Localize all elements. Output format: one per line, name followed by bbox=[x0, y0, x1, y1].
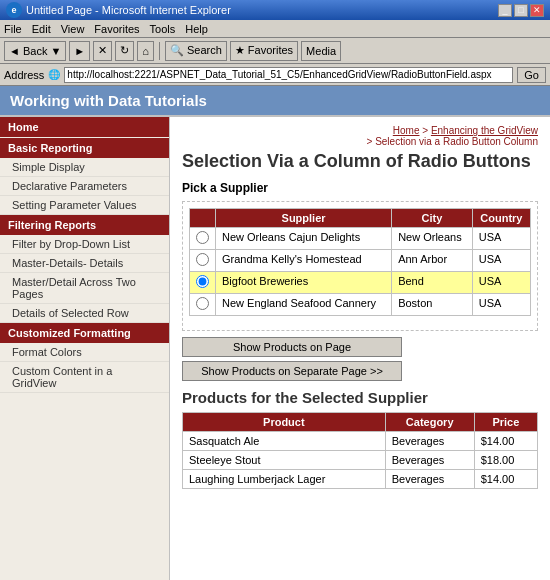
supplier-radio[interactable] bbox=[196, 231, 209, 244]
product-price-cell: $14.00 bbox=[474, 431, 537, 450]
address-label: Address bbox=[4, 69, 44, 81]
product-category-cell: Beverages bbox=[385, 469, 474, 488]
product-category-cell: Beverages bbox=[385, 431, 474, 450]
media-button[interactable]: Media bbox=[301, 41, 341, 61]
sidebar-item-custom-content-gridview[interactable]: Custom Content in a GridView bbox=[0, 362, 169, 393]
product-name-cell: Sasquatch Ale bbox=[183, 431, 386, 450]
window-title: Untitled Page - Microsoft Internet Explo… bbox=[26, 4, 231, 16]
supplier-country-cell: USA bbox=[472, 249, 530, 271]
menu-bar: File Edit View Favorites Tools Help bbox=[0, 20, 550, 38]
window-controls[interactable]: _ □ ✕ bbox=[498, 4, 544, 17]
supplier-section-label: Pick a Supplier bbox=[182, 181, 538, 195]
supplier-radio-cell[interactable] bbox=[190, 293, 216, 315]
supplier-table-container: Supplier City Country New Orleans Cajun … bbox=[182, 201, 538, 331]
sidebar-section-home[interactable]: Home bbox=[0, 117, 169, 137]
home-button[interactable]: ⌂ bbox=[137, 41, 154, 61]
supplier-city-cell: New Orleans bbox=[392, 227, 473, 249]
menu-file[interactable]: File bbox=[4, 23, 22, 35]
menu-tools[interactable]: Tools bbox=[150, 23, 176, 35]
browser-icon: e bbox=[6, 2, 22, 18]
product-category-cell: Beverages bbox=[385, 450, 474, 469]
back-button[interactable]: ◄ Back ▼ bbox=[4, 41, 66, 61]
menu-help[interactable]: Help bbox=[185, 23, 208, 35]
go-button[interactable]: Go bbox=[517, 67, 546, 83]
menu-view[interactable]: View bbox=[61, 23, 85, 35]
products-table: Product Category Price Sasquatch Ale Bev… bbox=[182, 412, 538, 489]
product-price-cell: $18.00 bbox=[474, 450, 537, 469]
product-row: Sasquatch Ale Beverages $14.00 bbox=[183, 431, 538, 450]
supplier-radio-cell[interactable] bbox=[190, 227, 216, 249]
sidebar-item-setting-parameter-values[interactable]: Setting Parameter Values bbox=[0, 196, 169, 215]
show-products-page-button[interactable]: Show Products on Page bbox=[182, 337, 402, 357]
supplier-name-cell: Bigfoot Breweries bbox=[216, 271, 392, 293]
supplier-city-cell: Ann Arbor bbox=[392, 249, 473, 271]
address-input[interactable] bbox=[64, 67, 513, 83]
supplier-col-city: City bbox=[392, 208, 473, 227]
page-title: Selection Via a Column of Radio Buttons bbox=[182, 151, 538, 173]
supplier-table: Supplier City Country New Orleans Cajun … bbox=[189, 208, 531, 316]
sidebar-item-master-detail-across[interactable]: Master/Detail Across Two Pages bbox=[0, 273, 169, 304]
products-col-name: Product bbox=[183, 412, 386, 431]
breadcrumb-home[interactable]: Home bbox=[393, 125, 420, 136]
refresh-button[interactable]: ↻ bbox=[115, 41, 134, 61]
supplier-radio[interactable] bbox=[196, 275, 209, 288]
sidebar-item-details-selected-row[interactable]: Details of Selected Row bbox=[0, 304, 169, 323]
supplier-radio[interactable] bbox=[196, 297, 209, 310]
content-area: Home Basic Reporting Simple Display Decl… bbox=[0, 117, 550, 580]
sidebar-item-declarative-parameters[interactable]: Declarative Parameters bbox=[0, 177, 169, 196]
supplier-country-cell: USA bbox=[472, 293, 530, 315]
supplier-row[interactable]: New England Seafood Cannery Boston USA bbox=[190, 293, 531, 315]
toolbar: ◄ Back ▼ ► ✕ ↻ ⌂ 🔍 Search ★ Favorites Me… bbox=[0, 38, 550, 64]
breadcrumb: Home > Enhancing the GridView > Selectio… bbox=[182, 125, 538, 147]
sidebar-item-simple-display[interactable]: Simple Display bbox=[0, 158, 169, 177]
supplier-row[interactable]: New Orleans Cajun Delights New Orleans U… bbox=[190, 227, 531, 249]
products-col-price: Price bbox=[474, 412, 537, 431]
supplier-row[interactable]: Grandma Kelly's Homestead Ann Arbor USA bbox=[190, 249, 531, 271]
page-container: Working with Data Tutorials Home Basic R… bbox=[0, 86, 550, 580]
site-title: Working with Data Tutorials bbox=[10, 92, 207, 109]
page-header: Working with Data Tutorials bbox=[0, 86, 550, 117]
forward-button[interactable]: ► bbox=[69, 41, 90, 61]
supplier-row[interactable]: Bigfoot Breweries Bend USA bbox=[190, 271, 531, 293]
breadcrumb-page: Selection via a Radio Button Column bbox=[375, 136, 538, 147]
search-button[interactable]: 🔍 Search bbox=[165, 41, 227, 61]
sidebar-item-format-colors[interactable]: Format Colors bbox=[0, 343, 169, 362]
product-name-cell: Laughing Lumberjack Lager bbox=[183, 469, 386, 488]
stop-button[interactable]: ✕ bbox=[93, 41, 112, 61]
supplier-col-country: Country bbox=[472, 208, 530, 227]
sidebar-section-filtering-reports[interactable]: Filtering Reports bbox=[0, 215, 169, 235]
product-name-cell: Steeleye Stout bbox=[183, 450, 386, 469]
sidebar-item-master-details[interactable]: Master-Details- Details bbox=[0, 254, 169, 273]
title-bar: e Untitled Page - Microsoft Internet Exp… bbox=[0, 0, 550, 20]
main-content: Home > Enhancing the GridView > Selectio… bbox=[170, 117, 550, 580]
supplier-name-cell: New England Seafood Cannery bbox=[216, 293, 392, 315]
breadcrumb-section[interactable]: Enhancing the GridView bbox=[431, 125, 538, 136]
supplier-col-name: Supplier bbox=[216, 208, 392, 227]
supplier-radio-cell[interactable] bbox=[190, 249, 216, 271]
products-col-category: Category bbox=[385, 412, 474, 431]
product-row: Laughing Lumberjack Lager Beverages $14.… bbox=[183, 469, 538, 488]
product-row: Steeleye Stout Beverages $18.00 bbox=[183, 450, 538, 469]
maximize-button[interactable]: □ bbox=[514, 4, 528, 17]
minimize-button[interactable]: _ bbox=[498, 4, 512, 17]
sidebar-section-customized-formatting[interactable]: Customized Formatting bbox=[0, 323, 169, 343]
supplier-name-cell: New Orleans Cajun Delights bbox=[216, 227, 392, 249]
supplier-name-cell: Grandma Kelly's Homestead bbox=[216, 249, 392, 271]
supplier-country-cell: USA bbox=[472, 227, 530, 249]
supplier-col-radio bbox=[190, 208, 216, 227]
supplier-radio-cell[interactable] bbox=[190, 271, 216, 293]
close-button[interactable]: ✕ bbox=[530, 4, 544, 17]
favorites-button[interactable]: ★ Favorites bbox=[230, 41, 298, 61]
product-price-cell: $14.00 bbox=[474, 469, 537, 488]
address-bar: Address 🌐 Go bbox=[0, 64, 550, 86]
sidebar-item-filter-dropdown[interactable]: Filter by Drop-Down List bbox=[0, 235, 169, 254]
show-products-separate-button[interactable]: Show Products on Separate Page >> bbox=[182, 361, 402, 381]
toolbar-separator bbox=[159, 42, 160, 60]
address-icon: 🌐 bbox=[48, 69, 60, 80]
supplier-radio[interactable] bbox=[196, 253, 209, 266]
sidebar-section-basic-reporting[interactable]: Basic Reporting bbox=[0, 138, 169, 158]
menu-edit[interactable]: Edit bbox=[32, 23, 51, 35]
supplier-city-cell: Boston bbox=[392, 293, 473, 315]
menu-favorites[interactable]: Favorites bbox=[94, 23, 139, 35]
supplier-country-cell: USA bbox=[472, 271, 530, 293]
